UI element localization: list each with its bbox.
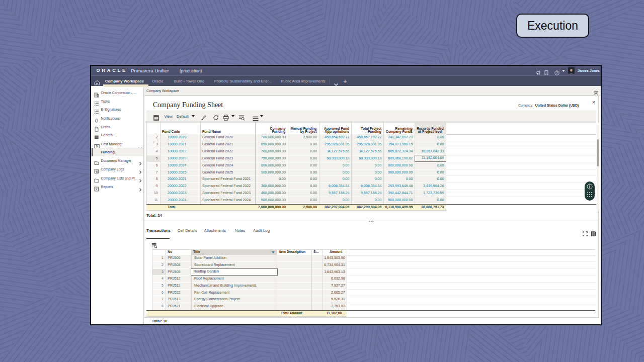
svg-text:?: ? bbox=[556, 71, 558, 74]
